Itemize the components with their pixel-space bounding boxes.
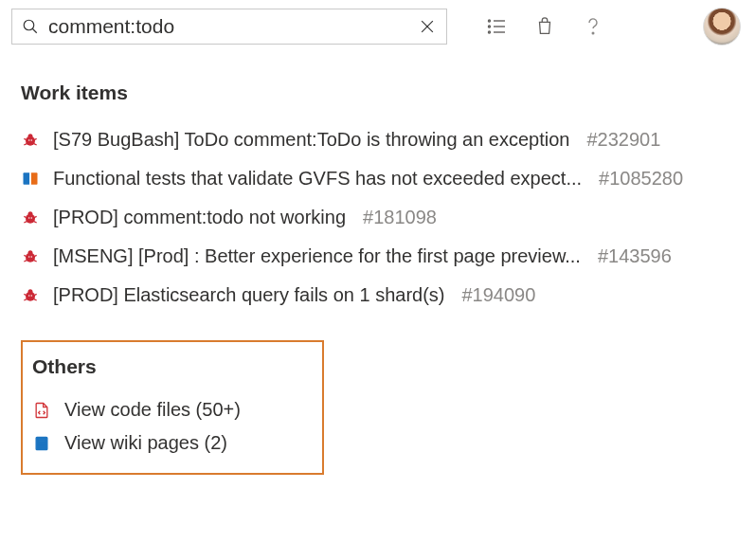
svg-line-15 <box>24 143 27 145</box>
svg-line-26 <box>24 221 27 223</box>
work-item-title: [PROD] Elasticsearch query fails on 1 sh… <box>53 284 445 306</box>
svg-point-23 <box>28 211 33 216</box>
book-icon <box>21 170 40 189</box>
svg-line-35 <box>33 260 36 262</box>
svg-rect-49 <box>39 445 43 446</box>
work-items-heading: Work items <box>21 81 735 104</box>
bug-icon <box>21 131 40 150</box>
svg-point-31 <box>28 250 33 255</box>
svg-rect-21 <box>29 172 31 185</box>
work-item[interactable]: Functional tests that validate GVFS has … <box>21 160 735 199</box>
svg-line-1 <box>32 28 37 33</box>
others-item[interactable]: View code files (50+) <box>32 393 313 426</box>
svg-point-12 <box>28 134 33 138</box>
others-item[interactable]: View wiki pages (2) <box>32 426 313 460</box>
work-item-title: [S79 BugBash] ToDo comment:ToDo is throw… <box>53 129 570 151</box>
work-items-list: [S79 BugBash] ToDo comment:ToDo is throw… <box>21 121 735 316</box>
work-item[interactable]: [PROD] comment:todo not working #181098 <box>21 199 735 238</box>
work-item-title: [PROD] comment:todo not working <box>53 207 346 228</box>
svg-line-27 <box>33 221 36 223</box>
work-item[interactable]: [PROD] Elasticsearch query fails on 1 sh… <box>21 277 735 316</box>
avatar[interactable] <box>703 8 741 45</box>
svg-line-16 <box>33 143 36 145</box>
top-bar <box>0 0 756 53</box>
svg-point-28 <box>28 217 30 219</box>
others-heading: Others <box>32 355 313 378</box>
svg-point-36 <box>28 256 30 258</box>
svg-point-44 <box>28 295 30 297</box>
work-item-id: #143596 <box>598 245 672 267</box>
svg-line-34 <box>24 260 27 262</box>
work-item-id: #181098 <box>363 207 437 228</box>
search-box[interactable] <box>11 9 447 45</box>
bug-icon <box>21 286 40 305</box>
svg-point-37 <box>31 256 33 258</box>
code-icon <box>32 401 51 420</box>
work-item-id: #1085280 <box>599 168 683 190</box>
work-item-id: #194090 <box>462 284 536 306</box>
svg-point-9 <box>489 31 491 33</box>
list-icon[interactable] <box>485 15 508 38</box>
svg-rect-47 <box>39 439 45 440</box>
svg-point-45 <box>31 295 33 297</box>
svg-point-18 <box>31 139 33 141</box>
others-list: View code files (50+) View wiki pages (2… <box>32 393 313 460</box>
work-item[interactable]: [S79 BugBash] ToDo comment:ToDo is throw… <box>21 121 735 160</box>
shopping-bag-icon[interactable] <box>534 16 555 37</box>
others-item-label: View wiki pages (2) <box>64 432 227 454</box>
work-item[interactable]: [MSENG] [Prod] : Better experience for t… <box>21 238 735 277</box>
svg-point-17 <box>28 139 30 141</box>
svg-point-39 <box>28 289 33 294</box>
help-icon[interactable] <box>582 15 604 38</box>
others-item-label: View code files (50+) <box>64 399 241 421</box>
svg-line-43 <box>33 299 36 300</box>
wiki-icon <box>32 434 51 453</box>
svg-rect-19 <box>24 172 30 185</box>
clear-icon[interactable] <box>414 13 441 40</box>
work-item-title: Functional tests that validate GVFS has … <box>53 168 582 190</box>
svg-line-42 <box>24 299 27 300</box>
bug-icon <box>21 208 40 227</box>
svg-point-8 <box>489 26 491 27</box>
svg-rect-20 <box>30 172 37 185</box>
svg-point-7 <box>489 20 491 22</box>
svg-point-0 <box>24 20 34 30</box>
svg-rect-48 <box>39 443 45 443</box>
work-item-id: #232901 <box>587 129 661 151</box>
svg-point-29 <box>31 217 33 219</box>
others-section: Others View code files (50+) View wiki p… <box>21 340 324 475</box>
svg-point-10 <box>592 32 594 34</box>
content: Work items [S79 BugBash] ToDo comment:To… <box>0 53 756 475</box>
search-input[interactable] <box>48 15 414 38</box>
toolbar-icons <box>485 15 604 38</box>
search-icon <box>22 18 39 35</box>
work-item-title: [MSENG] [Prod] : Better experience for t… <box>53 245 581 267</box>
bug-icon <box>21 247 40 266</box>
